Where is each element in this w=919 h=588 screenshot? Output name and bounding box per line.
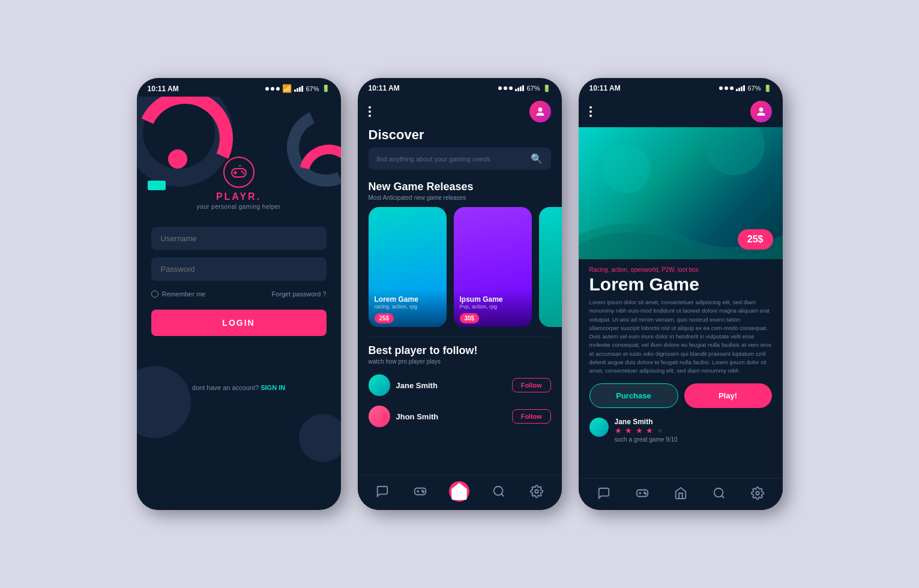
svg-point-5 <box>538 107 542 112</box>
status-bar-1: 10:11 AM 📶 67% 🔋 <box>137 78 341 97</box>
gamepad-icon <box>231 164 247 181</box>
battery-icon-2: 🔋 <box>543 85 551 92</box>
game-2-tags: Pvp, action, rpg <box>460 304 526 310</box>
svg-point-22 <box>756 491 759 495</box>
svg-line-12 <box>502 494 504 496</box>
status-bar-3: 10:11 AM 67% 🔋 <box>579 78 783 96</box>
login-button[interactable]: LOGIN <box>151 310 327 336</box>
game-card-2-info: Ipsum Game Pvp, action, rpg 30$ <box>454 289 532 327</box>
remember-me[interactable]: Remember me <box>151 290 206 298</box>
dot-2 <box>271 87 274 91</box>
review-content: Jane Smith ★ ★ ★ ★ ★ such a great game 9… <box>615 418 678 443</box>
game-card-2[interactable]: Ipsum Game Pvp, action, rpg 30$ <box>454 207 532 327</box>
svg-point-10 <box>423 491 424 493</box>
follow-button-2[interactable]: Follow <box>512 409 551 424</box>
player-2-name: Jhon Smith <box>396 412 506 421</box>
avatar-icon <box>534 106 546 118</box>
game-2-name: Ipsum Game <box>460 295 526 304</box>
sign-in-link[interactable]: SIGN IN <box>261 384 285 391</box>
banner-circle-2 <box>705 127 765 175</box>
star-3: ★ <box>636 426 643 435</box>
game-tags: Racing, action, openworld, P2W, loot box <box>579 262 783 274</box>
search-placeholder: find anything about your gaming needs <box>377 155 491 163</box>
detail-user-avatar[interactable] <box>750 101 772 122</box>
menu-button[interactable] <box>369 106 371 117</box>
nav-settings-2[interactable] <box>528 483 545 500</box>
dot-1 <box>265 87 269 91</box>
game-card-3[interactable] <box>539 207 562 327</box>
settings-icon-2 <box>530 485 543 498</box>
form-options: Remember me Forget password ? <box>151 290 327 298</box>
detail-avatar-icon <box>755 106 767 118</box>
game-card-1[interactable]: Lorem Game racing, action, rpg 25$ <box>369 207 447 327</box>
nav-chat-3[interactable] <box>595 485 612 502</box>
nav-home-2[interactable] <box>449 481 469 502</box>
player-avatar-1 <box>369 374 390 396</box>
nav-settings-3[interactable] <box>749 485 766 502</box>
player-row-2: Jhon Smith Follow <box>358 401 562 432</box>
games-scroll: Lorem Game racing, action, rpg 25$ Ipsum… <box>358 207 562 333</box>
status-time-2: 10:11 AM <box>369 84 400 92</box>
player-1-name: Jane Smith <box>396 381 506 390</box>
play-button[interactable]: Play! <box>684 383 772 408</box>
no-account-text: dont have an account? <box>192 384 259 391</box>
nav-search-2[interactable] <box>490 483 507 500</box>
svg-point-20 <box>714 488 723 497</box>
svg-point-19 <box>645 493 646 494</box>
status-dots-2 <box>498 86 513 90</box>
purchase-button[interactable]: Purchase <box>589 383 678 408</box>
review-section: Jane Smith ★ ★ ★ ★ ★ such a great game 9… <box>579 414 783 446</box>
search-icon: 🔍 <box>531 153 543 164</box>
player-row-1: Jane Smith Follow <box>358 370 562 401</box>
signal-bars-1 <box>294 86 303 92</box>
gamepad-nav-icon-2 <box>414 485 427 498</box>
detail-menu-button[interactable] <box>589 106 592 117</box>
svg-point-14 <box>759 107 763 112</box>
battery-icon-1: 🔋 <box>322 85 330 92</box>
nav-games-2[interactable] <box>412 483 429 500</box>
status-dots-3 <box>719 86 734 90</box>
best-players-subtitle: watch how pro player plays <box>358 358 562 370</box>
user-avatar[interactable] <box>529 101 551 122</box>
forget-password[interactable]: Forget password ? <box>271 290 326 298</box>
nav-search-3[interactable] <box>711 485 728 502</box>
login-content: PLAYR. your personal gaming helper Remem… <box>137 139 341 348</box>
home-icon-2 <box>449 481 469 502</box>
status-dots-1 <box>265 87 280 91</box>
game-1-price: 25$ <box>375 313 394 323</box>
best-players-title: Best player to follow! <box>358 341 562 358</box>
nav-games-3[interactable] <box>634 485 651 502</box>
remember-checkbox[interactable] <box>151 290 158 298</box>
svg-point-4 <box>243 173 244 175</box>
game-detail-title: Lorem Game <box>579 274 783 298</box>
arc-bottom-left <box>137 366 191 438</box>
reviewer-avatar <box>589 418 609 437</box>
brand-name: PLAYR. <box>216 191 261 202</box>
action-buttons: Purchase Play! <box>579 381 783 414</box>
nav-home-3[interactable] <box>672 485 689 502</box>
status-bar-2: 10:11 AM 67% 🔋 <box>358 78 562 96</box>
chat-icon-2 <box>376 485 389 498</box>
status-right-2: 67% 🔋 <box>498 85 550 92</box>
discover-screen: Discover find anything about your gaming… <box>358 96 562 510</box>
star-rating: ★ ★ ★ ★ ★ <box>615 426 678 435</box>
status-right-1: 📶 67% 🔋 <box>265 84 330 93</box>
game-2-price: 30$ <box>460 313 480 323</box>
nav-chat-2[interactable] <box>374 483 391 500</box>
divider <box>369 337 551 337</box>
star-4: ★ <box>646 426 654 435</box>
wifi-icon-1: 📶 <box>282 84 292 93</box>
discover-header <box>358 96 562 125</box>
remember-label: Remember me <box>162 290 206 298</box>
svg-line-21 <box>722 496 724 498</box>
login-form: Remember me Forget password ? LOGIN <box>151 227 327 336</box>
password-input[interactable] <box>151 257 327 281</box>
signal-bars-2 <box>515 85 524 91</box>
new-releases-title: New Game Releases <box>358 176 562 194</box>
follow-button-1[interactable]: Follow <box>512 378 551 392</box>
detail-screen: 25$ Racing, action, openworld, P2W, loot… <box>579 96 783 510</box>
username-input[interactable] <box>151 227 327 250</box>
search-bar[interactable]: find anything about your gaming needs 🔍 <box>369 148 551 170</box>
search-nav-icon-2 <box>492 485 505 498</box>
gamepad-nav-icon-3 <box>636 487 649 500</box>
